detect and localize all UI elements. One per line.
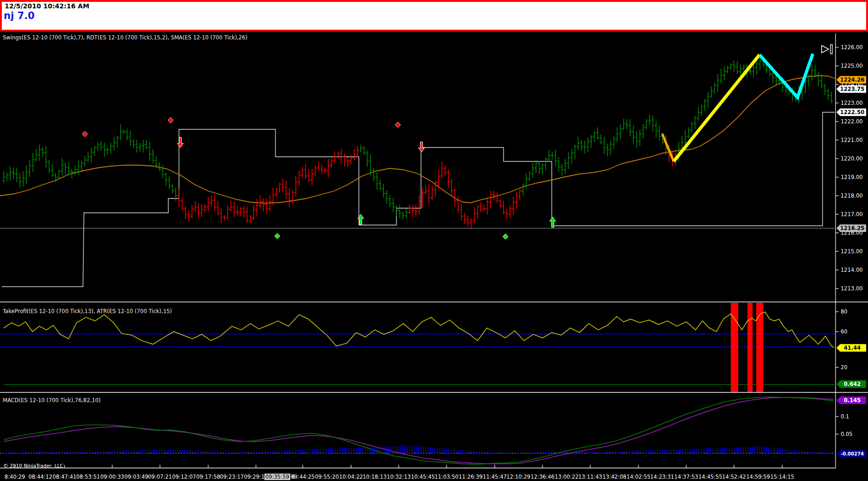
macd-histogram-bar xyxy=(57,452,57,453)
price-bar xyxy=(96,142,99,151)
time-label: 09:23:17 xyxy=(220,474,244,480)
macd-histogram-bar xyxy=(279,451,280,453)
macd-histogram-bar xyxy=(738,447,739,453)
price-bar xyxy=(619,124,622,140)
price-bar xyxy=(489,191,492,208)
chart-canvas[interactable] xyxy=(0,32,868,481)
macd-histogram-bar xyxy=(43,452,44,453)
macd-histogram-bar xyxy=(745,447,746,453)
price-bar xyxy=(424,185,427,194)
price-bar xyxy=(736,61,739,74)
macd-histogram-bar xyxy=(240,452,241,453)
macd-histogram-bar xyxy=(803,451,804,453)
macd-histogram-bar xyxy=(796,451,797,453)
time-label: 08:53:51 xyxy=(76,474,100,480)
macd-histogram-bar xyxy=(15,452,16,453)
macd-histogram-bar xyxy=(583,452,584,453)
price-bar xyxy=(139,143,141,152)
price-bar xyxy=(638,129,641,146)
macd-histogram-bar xyxy=(694,449,695,453)
price-bar xyxy=(515,192,518,209)
price-bar xyxy=(119,125,122,141)
macd-histogram-bar xyxy=(511,453,512,453)
price-bar xyxy=(408,205,411,214)
price-bar xyxy=(45,146,47,168)
macd-histogram-bar xyxy=(812,452,813,453)
macd-histogram-bar xyxy=(184,450,185,453)
macd-histogram-bar xyxy=(564,452,565,453)
price-bar xyxy=(720,69,722,83)
price-bar xyxy=(648,115,651,125)
time-label: 12:36:46 xyxy=(530,474,555,480)
macd-histogram-bar xyxy=(314,449,315,453)
alert-bar xyxy=(731,303,738,392)
short-entry-arrow xyxy=(419,142,425,152)
macd-histogram-bar xyxy=(54,452,55,453)
price-bar xyxy=(333,151,336,163)
price-bar xyxy=(603,137,606,154)
price-badge: 41.44 xyxy=(836,344,866,352)
price-bar xyxy=(301,167,304,178)
macd-histogram-bar xyxy=(495,452,496,453)
macd-histogram-bar xyxy=(219,452,220,453)
macd-histogram-bar xyxy=(662,450,663,453)
price-bar xyxy=(460,204,463,220)
price-bar xyxy=(343,153,346,167)
macd-histogram-bar xyxy=(611,451,612,453)
price-bar xyxy=(294,176,297,197)
macd-histogram-bar xyxy=(247,452,248,453)
price-bar xyxy=(291,191,294,204)
macd-histogram-bar xyxy=(407,446,408,453)
macd-histogram-bar xyxy=(19,452,20,453)
macd-histogram-bar xyxy=(618,451,619,453)
price-bar xyxy=(61,158,64,175)
price-bar xyxy=(126,129,128,141)
macd-histogram-bar xyxy=(152,450,153,453)
replay-play-icon[interactable] xyxy=(822,45,832,54)
price-bar xyxy=(226,205,229,220)
macd-histogram-bar xyxy=(80,451,81,453)
price-bar xyxy=(645,119,648,129)
axis-tick-label: 1221.00 xyxy=(841,137,863,143)
price-bar xyxy=(609,141,612,155)
macd-histogram-bar xyxy=(383,447,384,453)
macd-histogram-bar xyxy=(217,452,217,453)
price-bar xyxy=(570,149,573,164)
axis-tick-label: 1226.00 xyxy=(841,44,863,51)
macd-histogram-bar xyxy=(761,446,762,453)
macd-histogram-bar xyxy=(94,451,95,453)
macd-histogram-bar xyxy=(189,450,190,453)
price-bar xyxy=(466,216,469,227)
price-bar xyxy=(207,197,210,212)
macd-histogram-bar xyxy=(685,449,686,453)
time-label: 09:17:58 xyxy=(196,474,220,480)
macd-histogram-bar xyxy=(212,451,213,453)
price-bar xyxy=(703,99,706,111)
price-bar xyxy=(372,168,375,181)
price-bar xyxy=(311,169,313,185)
macd-histogram-bar xyxy=(335,448,336,453)
price-bar xyxy=(729,63,732,70)
macd-histogram-bar xyxy=(708,448,709,453)
price-bar xyxy=(116,136,119,148)
macd-histogram-bar xyxy=(520,453,521,453)
price-bar xyxy=(100,141,102,151)
price-bar xyxy=(544,157,547,170)
macd-histogram-bar xyxy=(757,447,758,453)
macd-histogram-bar xyxy=(789,450,790,453)
macd-histogram-bar xyxy=(458,450,459,453)
price-bar xyxy=(528,171,531,181)
price-bar xyxy=(187,210,190,222)
macd-histogram-bar xyxy=(404,446,405,453)
price-bar xyxy=(642,123,645,138)
time-label: 09:00:33 xyxy=(100,474,124,480)
axis-tick-label: 1223.00 xyxy=(841,100,863,106)
macd-histogram-bar xyxy=(203,451,204,453)
macd-histogram-bar xyxy=(365,447,366,453)
price-bar xyxy=(67,162,70,175)
axis-tick-label: 1222.00 xyxy=(841,118,863,125)
price-bar xyxy=(499,199,502,208)
price-bar xyxy=(600,134,602,144)
chart-area[interactable]: Swings(ES 12-10 (700 Tick),7), RDT(ES 12… xyxy=(0,32,868,481)
macd-histogram-bar xyxy=(126,451,127,453)
